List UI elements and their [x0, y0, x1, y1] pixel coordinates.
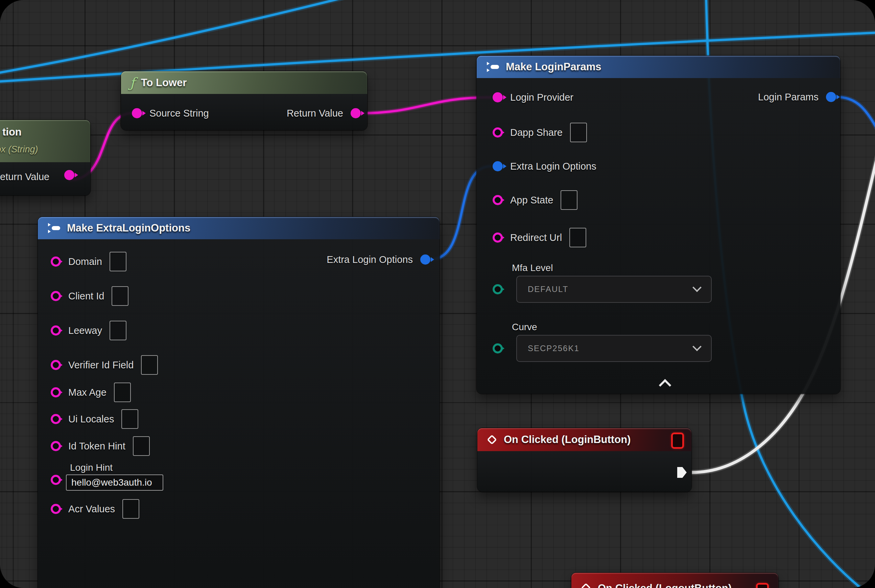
mfa-level-pin[interactable] — [493, 284, 503, 294]
source-string-pin[interactable] — [132, 108, 142, 118]
node-header[interactable]: On Clicked (LogoutButton) — [571, 573, 778, 588]
extra-login-options-in-pin[interactable] — [493, 161, 503, 171]
verifier-id-field-label: Verifier Id Field — [68, 360, 134, 371]
chevron-down-icon — [692, 342, 702, 351]
ui-locales-label: Ui Locales — [68, 414, 114, 425]
pin-row-ui-locales: Ui Locales — [51, 410, 138, 429]
leeway-label: Leeway — [68, 325, 102, 336]
node-body — [477, 451, 692, 492]
function-icon: ƒ — [130, 76, 135, 90]
curve-pin[interactable] — [493, 344, 503, 354]
node-header[interactable]: On Clicked (LoginButton) — [477, 428, 692, 451]
client-id-pin[interactable] — [51, 291, 61, 301]
id-token-hint-pin[interactable] — [51, 441, 61, 451]
redirect-url-text-field[interactable] — [569, 228, 586, 248]
app-state-pin[interactable] — [493, 195, 503, 205]
node-on-clicked-login-button[interactable]: On Clicked (LoginButton) — [477, 428, 692, 492]
login-hint-label: Login Hint — [70, 462, 113, 473]
node-make-login-params[interactable]: Make LoginParams Login Provider Dapp Sha… — [477, 56, 840, 394]
blueprint-graph-canvas[interactable]: tion ox (String) eturn Value ƒ To Lower … — [0, 0, 875, 588]
mfa-level-value: DEFAULT — [528, 285, 568, 294]
node-title: Make ExtraLoginOptions — [67, 222, 190, 234]
pin-row-client-id: Client Id — [51, 286, 128, 306]
domain-pin[interactable] — [51, 256, 61, 267]
acr-values-pin[interactable] — [51, 504, 61, 514]
verifier-id-text-field[interactable] — [141, 355, 158, 375]
event-diamond-icon — [486, 434, 498, 446]
leeway-text-field[interactable] — [110, 321, 126, 340]
node-header[interactable]: Make ExtraLoginOptions — [38, 217, 439, 239]
pin-row-verifier-id-field: Verifier Id Field — [51, 356, 158, 374]
ui-locales-text-field[interactable] — [121, 409, 138, 429]
acr-values-label: Acr Values — [68, 504, 115, 514]
curve-value: SECP256K1 — [528, 344, 579, 353]
curve-label: Curve — [512, 322, 537, 333]
redirect-url-pin[interactable] — [493, 232, 503, 243]
extra-login-options-out-pin[interactable] — [420, 255, 430, 265]
event-binding-red-icon — [756, 583, 769, 588]
id-token-hint-label: Id Token Hint — [68, 441, 125, 452]
node-subtitle-fragment: ox (String) — [0, 144, 38, 155]
return-value-pin[interactable] — [64, 170, 74, 180]
node-make-extra-login-options[interactable]: Make ExtraLoginOptions Domain Client Id … — [38, 217, 439, 588]
node-on-clicked-logout-button[interactable]: On Clicked (LogoutButton) — [571, 573, 778, 588]
app-state-text-field[interactable] — [561, 190, 577, 210]
return-value-pin-label: eturn Value — [0, 171, 50, 183]
node-to-lower[interactable]: ƒ To Lower Source String Return Value — [121, 71, 367, 130]
node-partial-function[interactable]: tion ox (String) eturn Value — [0, 120, 90, 195]
login-params-out-pin[interactable] — [826, 92, 836, 102]
pin-row-id-token-hint: Id Token Hint — [51, 436, 150, 456]
client-id-label: Client Id — [68, 291, 104, 302]
domain-text-field[interactable] — [110, 252, 126, 272]
pin-row-acr-values: Acr Values — [51, 500, 139, 518]
node-title: To Lower — [141, 77, 186, 89]
max-age-pin[interactable] — [51, 387, 61, 398]
pin-row-redirect-url: Redirect Url — [493, 228, 586, 247]
node-header[interactable]: Make LoginParams — [477, 56, 840, 78]
max-age-text-field[interactable] — [114, 382, 131, 402]
mfa-level-label: Mfa Level — [512, 262, 553, 273]
pin-row-extra-login-options-in: Extra Login Options — [493, 157, 597, 176]
max-age-label: Max Age — [68, 387, 107, 398]
wire-tolower-to-loginprovider[interactable] — [361, 98, 491, 113]
make-struct-icon — [47, 222, 61, 234]
mfa-level-dropdown[interactable]: DEFAULT — [516, 276, 712, 303]
pin-row-extra-login-options-out: Extra Login Options — [326, 250, 430, 269]
redirect-url-label: Redirect Url — [510, 232, 562, 243]
pin-row-login-provider: Login Provider — [493, 88, 573, 107]
pin-row-leeway: Leeway — [51, 321, 126, 340]
pin-row-dapp-share: Dapp Share — [493, 123, 587, 142]
curve-dropdown[interactable]: SECP256K1 — [516, 335, 712, 362]
node-title: On Clicked (LogoutButton) — [598, 582, 732, 588]
return-value-label: Return Value — [287, 108, 343, 119]
blueprint-editor-screenshot: tion ox (String) eturn Value ƒ To Lower … — [0, 0, 875, 588]
login-provider-label: Login Provider — [510, 92, 573, 103]
node-title-fragment: tion — [2, 126, 22, 138]
acr-values-text-field[interactable] — [122, 499, 139, 519]
pin-row-return-value: Return Value — [287, 104, 361, 123]
pin-row-source-string: Source String — [132, 104, 209, 123]
client-id-text-field[interactable] — [111, 286, 128, 306]
dapp-share-pin[interactable] — [493, 128, 503, 138]
domain-label: Domain — [68, 256, 102, 267]
chevron-down-icon — [692, 283, 702, 292]
node-title: On Clicked (LoginButton) — [504, 434, 631, 446]
login-hint-pin[interactable] — [51, 475, 61, 485]
ui-locales-pin[interactable] — [51, 414, 61, 424]
node-title: Make LoginParams — [506, 61, 601, 73]
login-provider-pin[interactable] — [493, 92, 503, 102]
event-diamond-icon — [580, 582, 592, 588]
login-hint-input[interactable]: hello@web3auth.io — [66, 474, 163, 490]
pin-row-domain: Domain — [51, 252, 126, 271]
node-header[interactable]: ƒ To Lower — [121, 71, 367, 94]
leeway-pin[interactable] — [51, 326, 61, 336]
event-binding-red-icon — [671, 432, 684, 449]
extra-login-options-in-label: Extra Login Options — [510, 161, 597, 172]
wire-login-params-out[interactable] — [836, 97, 875, 152]
dapp-share-text-field[interactable] — [570, 123, 587, 142]
verifier-id-field-pin[interactable] — [51, 360, 61, 370]
return-value-pin[interactable] — [350, 108, 361, 118]
extra-login-options-out-label: Extra Login Options — [326, 254, 413, 265]
login-params-out-label: Login Params — [758, 92, 819, 103]
id-token-hint-text-field[interactable] — [133, 436, 150, 456]
